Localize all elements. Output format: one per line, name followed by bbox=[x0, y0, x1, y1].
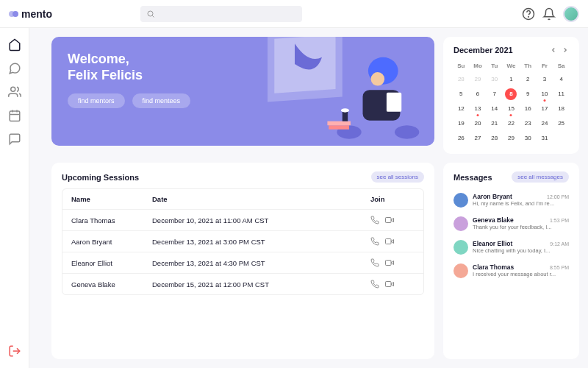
calendar-grid: SuMoTuWeThFrSa28293012345678910111213141… bbox=[453, 60, 569, 145]
calendar-dow: Mo bbox=[470, 60, 486, 71]
calendar-day[interactable]: 21 bbox=[489, 118, 501, 130]
calendar-event-dot bbox=[510, 114, 512, 116]
svg-rect-23 bbox=[386, 218, 392, 223]
calendar-day[interactable]: 17 bbox=[539, 103, 551, 115]
svg-point-3 bbox=[528, 16, 529, 17]
table-row: Aaron BryantDecember 13, 2021 at 3:00 PM… bbox=[62, 231, 423, 252]
brand-logo-icon bbox=[9, 11, 18, 17]
message-avatar bbox=[453, 240, 468, 255]
nav-chat-icon[interactable] bbox=[8, 62, 21, 75]
nav-home-icon[interactable] bbox=[8, 38, 21, 52]
table-header: Name Date Join bbox=[62, 189, 423, 210]
video-icon[interactable] bbox=[385, 258, 394, 267]
calendar-day[interactable]: 31 bbox=[539, 132, 551, 144]
calendar-day[interactable]: 20 bbox=[472, 118, 484, 130]
calendar-day[interactable]: 14 bbox=[489, 103, 501, 115]
calendar-day[interactable]: 5 bbox=[455, 88, 467, 100]
session-date: December 10, 2021 at 11:00 AM CST bbox=[152, 216, 370, 224]
col-name: Name bbox=[71, 195, 152, 203]
svg-marker-24 bbox=[391, 240, 394, 244]
video-icon[interactable] bbox=[385, 237, 394, 246]
calendar-day[interactable]: 13 bbox=[472, 103, 484, 115]
calendar-day[interactable]: 24 bbox=[539, 118, 551, 130]
message-name: Clara Thomas bbox=[473, 263, 514, 271]
calendar-day[interactable]: 19 bbox=[455, 118, 467, 130]
calendar-day[interactable]: 9 bbox=[522, 88, 534, 100]
calendar-day[interactable]: 27 bbox=[472, 132, 484, 144]
svg-point-0 bbox=[148, 11, 153, 16]
calendar-day[interactable]: 7 bbox=[489, 88, 501, 100]
message-preview: Thank you for your feedback, I... bbox=[473, 224, 569, 230]
find-mentees-button[interactable]: find mentees bbox=[132, 93, 191, 108]
calendar-day[interactable]: 10 bbox=[539, 88, 551, 100]
calendar-day[interactable]: 2 bbox=[522, 74, 534, 85]
svg-point-21 bbox=[341, 108, 349, 113]
svg-rect-27 bbox=[386, 261, 392, 266]
calendar-prev-icon[interactable] bbox=[550, 46, 557, 54]
calendar-day[interactable]: 18 bbox=[556, 103, 567, 115]
video-icon[interactable] bbox=[385, 216, 394, 224]
svg-point-17 bbox=[395, 125, 419, 139]
message-name: Eleanor Elliot bbox=[473, 240, 512, 247]
help-icon[interactable] bbox=[522, 7, 535, 21]
search-icon bbox=[146, 10, 155, 18]
calendar-day[interactable]: 30 bbox=[489, 74, 501, 85]
session-name: Clara Thomas bbox=[71, 216, 152, 224]
calendar-day[interactable]: 25 bbox=[556, 118, 567, 130]
phone-icon[interactable] bbox=[370, 258, 379, 267]
calendar-event-dot bbox=[477, 114, 479, 116]
calendar-dow: Th bbox=[520, 60, 536, 71]
bell-icon[interactable] bbox=[542, 7, 556, 21]
table-row: Geneva BlakeDecember 15, 2021 at 12:00 P… bbox=[62, 274, 423, 294]
message-item[interactable]: Geneva Blake1:53 PMThank you for your fe… bbox=[453, 212, 569, 236]
see-all-sessions-button[interactable]: see all sessions bbox=[371, 171, 424, 183]
logout-icon[interactable] bbox=[8, 344, 21, 358]
phone-icon[interactable] bbox=[370, 216, 379, 224]
phone-icon[interactable] bbox=[370, 280, 379, 289]
search-input[interactable] bbox=[140, 6, 302, 22]
calendar-day[interactable]: 1 bbox=[505, 74, 517, 85]
avatar[interactable] bbox=[563, 6, 579, 22]
phone-icon[interactable] bbox=[370, 237, 379, 246]
video-icon[interactable] bbox=[385, 280, 394, 289]
sessions-title: Upcoming Sessions bbox=[62, 173, 139, 182]
nav-people-icon[interactable] bbox=[8, 85, 21, 99]
message-item[interactable]: Clara Thomas8:55 PMI received your messa… bbox=[453, 259, 569, 283]
calendar-dow: Fr bbox=[537, 60, 553, 71]
calendar-day[interactable]: 15 bbox=[505, 103, 517, 115]
nav-messages-icon[interactable] bbox=[8, 132, 21, 146]
message-item[interactable]: Eleanor Elliot9:12 AMNice chatting with … bbox=[453, 236, 569, 259]
calendar-day[interactable]: 26 bbox=[455, 132, 467, 144]
see-all-messages-button[interactable]: see all messages bbox=[512, 171, 569, 183]
calendar-day[interactable]: 12 bbox=[455, 103, 467, 115]
message-name: Geneva Blake bbox=[473, 216, 514, 224]
nav-calendar-icon[interactable] bbox=[8, 109, 21, 122]
calendar-day[interactable]: 29 bbox=[472, 74, 484, 85]
topbar-actions bbox=[522, 6, 579, 22]
calendar-next-icon[interactable] bbox=[562, 46, 569, 54]
svg-rect-20 bbox=[343, 112, 348, 121]
svg-rect-18 bbox=[329, 125, 350, 130]
calendar-title: December 2021 bbox=[453, 46, 513, 54]
svg-rect-15 bbox=[387, 93, 401, 112]
find-mentors-button[interactable]: find mentors bbox=[68, 93, 125, 108]
calendar-day[interactable]: 29 bbox=[505, 132, 517, 144]
brand[interactable]: mento bbox=[9, 8, 52, 20]
calendar-day[interactable]: 3 bbox=[539, 74, 551, 85]
calendar-day[interactable]: 23 bbox=[522, 118, 534, 130]
calendar-day[interactable]: 22 bbox=[505, 118, 517, 130]
calendar-day[interactable]: 4 bbox=[556, 74, 567, 85]
calendar-day[interactable]: 28 bbox=[455, 74, 467, 85]
calendar-day[interactable]: 16 bbox=[522, 103, 534, 115]
svg-point-4 bbox=[10, 87, 15, 91]
message-time: 8:55 PM bbox=[550, 265, 569, 270]
message-item[interactable]: Aaron Bryant12:00 PMHi, my name is Felix… bbox=[453, 188, 569, 212]
calendar-day[interactable]: 11 bbox=[556, 88, 567, 100]
calendar-day[interactable]: 28 bbox=[489, 132, 501, 144]
svg-rect-19 bbox=[328, 121, 351, 126]
calendar-day[interactable]: 6 bbox=[472, 88, 484, 100]
calendar-day[interactable]: 8 bbox=[505, 88, 517, 100]
calendar-dow: Su bbox=[453, 60, 469, 71]
calendar-day[interactable]: 30 bbox=[522, 132, 534, 144]
session-date: December 13, 2021 at 3:00 PM CST bbox=[152, 238, 370, 246]
